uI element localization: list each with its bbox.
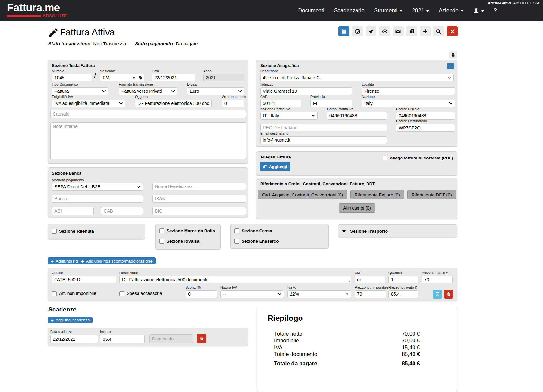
data-input[interactable] — [152, 74, 195, 81]
spesa-accessoria-checkbox[interactable] — [119, 291, 124, 296]
search-button[interactable] — [433, 26, 444, 36]
art-non-imponibile-checkbox[interactable] — [52, 291, 57, 296]
sezionale-caret[interactable] — [130, 74, 137, 81]
allegati-aggiungi-button[interactable]: Aggiungi — [260, 162, 290, 171]
divisa-select[interactable]: Euro — [187, 87, 244, 95]
bic-input[interactable] — [152, 207, 246, 215]
nazione-piva-select[interactable]: IT - Italy — [260, 112, 318, 120]
descrizione-combobox[interactable]: 4U s.n.c. di Frezza Ilaria e C. — [260, 74, 454, 81]
rif-fatture-button[interactable]: Riferimento Fatture (0) — [350, 190, 404, 199]
sconto-input[interactable] — [186, 290, 217, 298]
pec-destinatario-input[interactable] — [260, 124, 387, 131]
corpo-piva-input[interactable] — [327, 112, 387, 120]
rivalsa-checkbox[interactable] — [159, 239, 164, 244]
paste-row-button[interactable] — [433, 290, 442, 299]
corpo-piva-label: Corpo Partita Iva — [327, 107, 387, 111]
email-destinatario-input[interactable] — [260, 136, 387, 144]
paperclip-icon — [263, 164, 267, 169]
esigibilita-select[interactable]: IVA ad esigibilità immediata — [52, 100, 125, 107]
lock-button[interactable] — [449, 51, 457, 59]
nav-documenti[interactable]: Documenti — [298, 7, 324, 14]
cab-input[interactable] — [101, 207, 143, 215]
delete-scadenza-button[interactable] — [197, 334, 206, 343]
quantita-input[interactable] — [388, 276, 418, 283]
localita-input[interactable] — [362, 87, 455, 95]
anagrafica-more-button[interactable]: ... — [447, 63, 454, 69]
nav-aziende[interactable]: Aziende — [439, 7, 463, 14]
caret-down-icon — [461, 10, 463, 12]
formato-select[interactable]: Fattura verso Privati — [119, 87, 177, 95]
top-navbar: Azienda attiva: ABSOLUTE SRL Fattura.me … — [0, 0, 543, 21]
altri-campi-button[interactable]: Altri campi (0) — [339, 203, 375, 213]
codice-destinatario-input[interactable] — [396, 124, 455, 132]
send-button[interactable] — [366, 26, 376, 36]
descrizione-riga-input[interactable] — [119, 276, 351, 283]
causale-input[interactable] — [50, 110, 246, 118]
email-button[interactable] — [393, 26, 404, 36]
nav-user-menu[interactable] — [473, 8, 484, 14]
validate-button[interactable] — [352, 26, 363, 36]
prezzo-tot-imponibile-input[interactable] — [355, 290, 386, 298]
nazione-select[interactable]: Italy — [362, 100, 455, 107]
indirizzo-input[interactable] — [260, 87, 352, 95]
importo-input[interactable] — [100, 335, 145, 343]
anno-label: Anno — [203, 69, 244, 73]
provincia-input[interactable] — [310, 100, 352, 107]
prezzo-tot-ivato-input[interactable] — [388, 290, 418, 298]
marca-bollo-checkbox[interactable] — [159, 228, 164, 233]
iban-input[interactable] — [152, 195, 246, 203]
send-icon — [368, 29, 374, 34]
codice-fiscale-input[interactable] — [396, 112, 455, 120]
nav-year[interactable]: 2021 — [412, 7, 429, 14]
codice-input[interactable] — [52, 276, 116, 283]
allega-cortesia-label: Allega fattura di cortesia (PDF) — [390, 156, 453, 160]
nav-strumenti[interactable]: Strumenti — [374, 7, 403, 14]
search-icon — [436, 29, 442, 34]
data-scadenza-input[interactable] — [50, 335, 98, 343]
trasporto-toggle[interactable]: Sezione Trasporto — [342, 229, 388, 234]
banca-input[interactable] — [52, 195, 143, 203]
natura-iva-select[interactable]: -- — [220, 290, 284, 298]
riepilogo-row: Totale documento85,40 € — [274, 351, 420, 358]
duplicate-button[interactable] — [406, 26, 417, 36]
prezzo-tot-imponibile-label: Prezzo tot. imponibile € — [355, 286, 386, 289]
iva-combobox[interactable]: 22% — [287, 290, 351, 298]
save-button[interactable] — [338, 26, 349, 36]
close-button[interactable] — [447, 26, 458, 36]
add-button[interactable] — [420, 26, 431, 36]
tipo-documento-select[interactable]: Fattura — [52, 87, 108, 95]
allega-cortesia-checkbox[interactable] — [383, 156, 387, 160]
rif-ddt-button[interactable]: Riferimento DDT (0) — [407, 190, 456, 199]
aggiungi-riga-sconto-button[interactable]: +Aggiungi riga sconto/maggiorazione — [78, 257, 156, 264]
nav-scadenzario[interactable]: Scadenzario — [334, 7, 365, 14]
page-title: Fattura Attiva — [60, 27, 115, 38]
um-input[interactable] — [355, 276, 385, 283]
resize-grip[interactable] — [348, 280, 351, 283]
sezionale-select[interactable]: FM — [100, 74, 144, 81]
modalita-pagamento-select[interactable]: SEPA Direct Debit B2B — [52, 183, 143, 191]
note-interne-textarea[interactable] — [50, 122, 246, 159]
enasarco-label: Sezione Enasarco — [242, 239, 279, 244]
nome-beneficiario-input[interactable] — [152, 183, 246, 190]
cassa-checkbox[interactable] — [234, 228, 239, 233]
abi-input[interactable] — [52, 207, 94, 215]
nav-help[interactable]: ? — [494, 7, 497, 14]
aggiungi-scadenza-button[interactable]: +Aggiungi scadenza — [48, 317, 93, 323]
numero-label: Numero — [52, 69, 92, 73]
arrotondamento-input[interactable] — [222, 100, 244, 107]
app-logo[interactable]: Fattura.me ABSOLUTE — [7, 2, 67, 18]
cap-input[interactable] — [260, 100, 301, 107]
enasarco-checkbox[interactable] — [234, 239, 239, 244]
prezzo-tot-ivato-label: Prezzo tot. ivato € — [388, 286, 418, 289]
data-label: Data — [152, 69, 195, 73]
preview-button[interactable] — [379, 26, 390, 36]
prezzo-unitario-input[interactable] — [422, 276, 453, 283]
oggetto-input[interactable] — [135, 100, 212, 107]
sezionale-tag-button[interactable] — [137, 74, 144, 81]
ritenuta-checkbox[interactable] — [52, 229, 57, 234]
delete-row-button[interactable] — [444, 290, 453, 299]
rif-ordini-button[interactable]: Ord. Acquisto, Contratti, Convenzioni (0… — [258, 190, 347, 199]
trash-icon — [199, 336, 204, 341]
formato-label: Formato trasmissione — [119, 83, 177, 86]
numero-input[interactable] — [52, 74, 92, 81]
